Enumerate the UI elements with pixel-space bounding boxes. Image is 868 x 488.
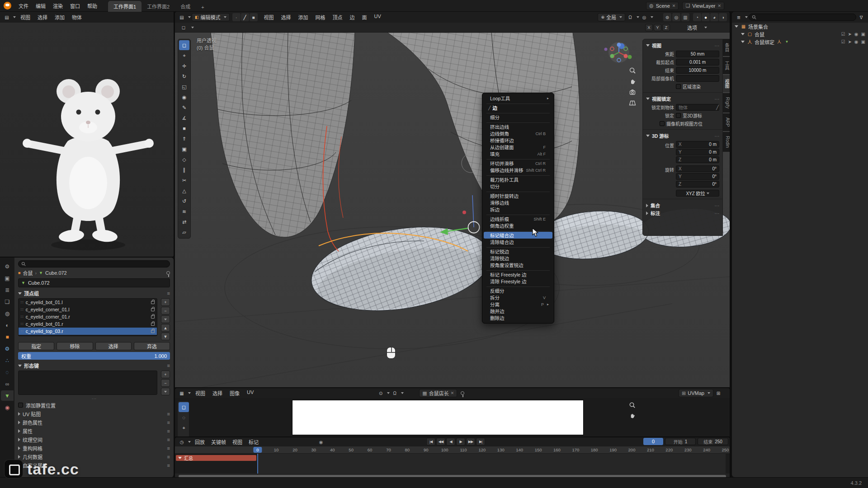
- context-menu-item[interactable]: 切分: [484, 183, 552, 190]
- npanel-tab[interactable]: Rigify: [723, 93, 731, 113]
- shape-key-specials-button[interactable]: [161, 388, 170, 395]
- view-panel-header[interactable]: 视图⋯: [646, 42, 719, 49]
- context-menu-item[interactable]: 融并边: [484, 308, 552, 314]
- play-reverse-button[interactable]: ◀: [446, 438, 455, 446]
- context-menu-item[interactable]: 裁刀拓扑工具: [484, 176, 552, 183]
- value-field[interactable]: 0.001 m: [676, 59, 719, 66]
- context-menu-item[interactable]: 清除锐边: [484, 255, 552, 262]
- tool-knife[interactable]: ✂: [179, 175, 189, 185]
- camera-view-icon[interactable]: [629, 89, 636, 96]
- tool-rotate[interactable]: ↻: [179, 71, 189, 81]
- weight-slider[interactable]: 权重 1.000: [18, 352, 170, 360]
- local-camera-field[interactable]: [676, 75, 719, 82]
- add-rest-position-row[interactable]: 添加静置位置: [18, 401, 170, 409]
- vertex-groups-list[interactable]: ∷ c_eyelid_bot_01.l ∷ c_eyelid_corner_01…: [18, 298, 157, 336]
- tab-world[interactable]: ◐: [1, 320, 14, 330]
- remove-shape-key-button[interactable]: −: [161, 379, 170, 387]
- tab-physics[interactable]: ◌: [1, 367, 14, 377]
- vertex-group-row[interactable]: ∷ c_eyelid_bot_01.l: [19, 299, 157, 306]
- tab-particles[interactable]: ∴: [1, 355, 14, 366]
- panel-menu-icon[interactable]: ≡: [167, 446, 170, 451]
- vertex-group-action-button[interactable]: 选择: [95, 342, 132, 350]
- cursor-rotation-field[interactable]: Y0°: [676, 173, 719, 180]
- topbar-menu-item[interactable]: 渲染: [49, 1, 66, 11]
- render-region-checkbox[interactable]: [676, 84, 681, 89]
- context-menu-item[interactable]: 细分: [484, 114, 552, 121]
- move-up-button[interactable]: ▲: [161, 324, 170, 332]
- context-menu-item[interactable]: 边线倒角 Ctrl B: [484, 130, 552, 137]
- tab-scene[interactable]: ◍: [1, 308, 14, 319]
- context-menu-item[interactable]: 清除 Freestyle 边: [484, 278, 552, 285]
- outliner-row[interactable]: ▢ 合鼠 ☑ ➤ ◉ ▣: [732, 30, 868, 38]
- cursor-location-field[interactable]: X0 m: [676, 141, 719, 148]
- lock-object-field[interactable]: 物体 ╱: [676, 104, 719, 111]
- properties-search-input[interactable]: [18, 260, 170, 267]
- viewport-menu-item[interactable]: 顶点: [329, 12, 346, 22]
- context-menu-item[interactable]: [486, 230, 550, 231]
- uvmap-selector[interactable]: ⊞ UVMap: [679, 389, 713, 397]
- tool-options-menu[interactable]: 选项: [684, 23, 701, 33]
- cursor-location-field[interactable]: Z0 m: [676, 156, 719, 163]
- scene-selector[interactable]: ◍ Scene ✕: [646, 2, 679, 10]
- playhead-frame-badge[interactable]: 0: [253, 447, 262, 453]
- cursor-rotation-field[interactable]: Z0°: [676, 181, 719, 188]
- topbar-menu-item[interactable]: 帮助: [84, 1, 101, 11]
- proportional-editing-icon[interactable]: ◎: [640, 13, 648, 21]
- lock-icon[interactable]: [151, 315, 155, 319]
- expand-icon[interactable]: [741, 41, 745, 43]
- context-menu-item[interactable]: [486, 121, 550, 123]
- filter-icon[interactable]: ∇: [857, 13, 865, 21]
- context-menu-item[interactable]: [486, 246, 550, 248]
- uv-menu-item[interactable]: 选择: [209, 388, 226, 398]
- panel-menu-icon[interactable]: ≡: [167, 363, 170, 368]
- jump-to-start-button[interactable]: |◀: [426, 438, 435, 446]
- timeline-menu-item[interactable]: 标记: [245, 437, 262, 446]
- npanel-tab[interactable]: 工具: [723, 57, 731, 74]
- vertex-group-row[interactable]: ∷ c_eyelid_corner_01.l: [19, 306, 157, 313]
- uv-tool-move[interactable]: ✛: [179, 433, 189, 436]
- breadcrumb-object[interactable]: 合鼠: [23, 269, 33, 277]
- tool-transform[interactable]: ◉: [179, 92, 189, 102]
- auto-keying-icon[interactable]: ◉: [317, 438, 325, 446]
- editor-type-icon[interactable]: ▤: [3, 13, 11, 21]
- tool-select-box[interactable]: ◻: [179, 40, 189, 50]
- shape-keys-header[interactable]: 形态键 ≡: [18, 361, 170, 370]
- expand-icon[interactable]: [741, 33, 745, 35]
- shading-solid[interactable]: ●: [702, 13, 710, 21]
- prev-keyframe-button[interactable]: ◀◀: [436, 438, 445, 446]
- outliner-row[interactable]: ▦ 场景集合 ☑ ➤ ◉ ▣: [732, 23, 868, 30]
- gizmos-toggle-icon[interactable]: ⊚: [663, 13, 671, 21]
- editor-type-icon[interactable]: ▦: [178, 389, 186, 397]
- unlink-image-icon[interactable]: ✕: [451, 391, 454, 395]
- tool-inset[interactable]: ▣: [179, 144, 189, 154]
- cursor-rotation-field[interactable]: X0°: [676, 165, 719, 172]
- tool-poly-build[interactable]: △: [179, 186, 189, 196]
- viewport-menu-item[interactable]: 选择: [278, 12, 295, 22]
- display-settings-icon[interactable]: ⊞: [714, 389, 722, 397]
- lock-to-cursor-checkbox[interactable]: [676, 113, 681, 118]
- uv-menu-item[interactable]: 图像: [226, 388, 243, 398]
- xray-toggle-icon[interactable]: ▥: [681, 13, 689, 21]
- context-menu-item[interactable]: [486, 174, 550, 176]
- shading-rendered[interactable]: ◑: [719, 13, 727, 21]
- context-menu-item[interactable]: 桥接循环边: [484, 137, 552, 144]
- shading-material[interactable]: ◕: [710, 13, 718, 21]
- context-menu-item[interactable]: [486, 269, 550, 271]
- view-lock-header[interactable]: 视图锁定⋯: [646, 95, 719, 103]
- cursor-panel-header[interactable]: 3D 游标⋯: [646, 132, 719, 140]
- viewport-menu-item[interactable]: 面: [359, 12, 371, 22]
- value-field[interactable]: 10000 m: [676, 67, 719, 74]
- tool-measure[interactable]: ∡: [179, 113, 189, 123]
- snap-magnet-icon[interactable]: Ω: [391, 389, 399, 397]
- outliner-row[interactable]: 人 合鼠绑定 人 ▼ ☑ ➤ ◉ ▣: [732, 38, 868, 46]
- editor-type-icon[interactable]: ▤: [178, 13, 186, 21]
- vertex-group-action-button[interactable]: 移除: [57, 342, 93, 350]
- tool-smooth[interactable]: ≋: [179, 206, 189, 216]
- pin-icon[interactable]: [166, 271, 170, 275]
- rotation-order-dropdown[interactable]: XYZ 欧拉: [676, 190, 719, 197]
- workspace-tab[interactable]: 工作界面1: [108, 1, 142, 12]
- eyedropper-icon[interactable]: ╱: [716, 105, 719, 110]
- select-mode-vertex[interactable]: ∙: [232, 13, 241, 21]
- context-menu-item[interactable]: 标记缝合边: [484, 232, 552, 239]
- scene-unlink-icon[interactable]: ✕: [672, 4, 676, 8]
